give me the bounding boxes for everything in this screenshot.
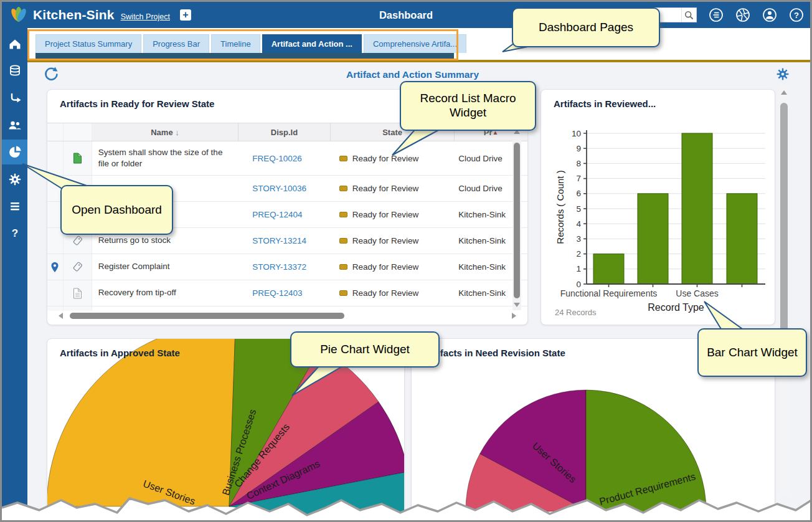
state-icon (339, 186, 347, 191)
callout-record-list-macro-widget: Record List Macro Widget (400, 81, 536, 131)
record-state: Ready for Review (352, 154, 419, 163)
menu-icon (8, 199, 22, 213)
svg-text:4: 4 (576, 219, 581, 229)
question-icon: ? (8, 226, 22, 240)
state-icon (339, 264, 347, 270)
dashboard-page-tab-1[interactable]: Project Status Summary (35, 34, 141, 53)
svg-text:?: ? (794, 11, 799, 20)
svg-text:0: 0 (576, 280, 581, 289)
state-icon (339, 238, 347, 244)
svg-text:6: 6 (576, 189, 581, 198)
feed-icon[interactable] (709, 7, 724, 22)
bar (593, 254, 624, 284)
svg-text:9: 9 (576, 144, 581, 153)
callout-dashboard-pages: Dashboard Pages (512, 7, 660, 47)
workflow-arrow-icon (8, 92, 22, 105)
table-horizontal-scrollbar[interactable] (54, 311, 517, 320)
record-id-link[interactable]: STORY-13214 (252, 236, 306, 245)
callout-open-dashboard: Open Dashboard (60, 185, 173, 235)
document-icon (73, 288, 82, 299)
bar (727, 194, 757, 284)
dashboard-title: Artifact and Action Summary (27, 69, 798, 80)
sidebar-item-home[interactable] (2, 32, 27, 57)
sidebar-item-workflow[interactable] (2, 86, 27, 111)
record-name: Recovery from tip-off (98, 287, 176, 298)
table-row: Register ComplaintSTORY-13372Ready for R… (47, 254, 527, 280)
record-id-link[interactable]: STORY-10036 (252, 184, 306, 193)
widget-title: Artifacts in Approved State (60, 348, 180, 358)
column-header-dispid[interactable]: Disp.Id (238, 123, 331, 141)
gear-icon (8, 173, 22, 186)
svg-text:Functional Requirements: Functional Requirements (560, 288, 658, 298)
svg-text:Use Cases: Use Cases (676, 288, 718, 298)
svg-text:7: 7 (576, 174, 581, 183)
record-id-link[interactable]: PREQ-12403 (252, 288, 302, 298)
svg-text:5: 5 (576, 204, 581, 214)
table-vertical-scrollbar[interactable] (512, 123, 521, 310)
dashboard-pages-bar: Project Status SummaryProgress BarTimeli… (27, 28, 810, 60)
sidebar-item-settings[interactable] (2, 167, 27, 192)
record-state: Ready for Review (352, 288, 419, 298)
column-header-icon1 (47, 123, 64, 141)
sidebar: ? (2, 28, 27, 520)
sidebar-item-dashboards[interactable] (2, 140, 27, 164)
svg-text:1: 1 (576, 264, 581, 273)
search-icon[interactable] (681, 8, 696, 22)
tag-icon (72, 262, 83, 272)
record-id-link[interactable]: PREQ-12404 (252, 210, 302, 219)
record-state: Ready for Review (352, 184, 419, 193)
page-vertical-scrollbar[interactable] (780, 84, 788, 495)
users-icon (7, 118, 22, 132)
help-icon[interactable]: ? (789, 7, 804, 22)
app-window: Kitchen-Sink Switch Project + Dashboard (0, 0, 812, 522)
svg-text:Records ( Count ): Records ( Count ) (555, 170, 565, 244)
user-icon[interactable] (762, 7, 777, 22)
sort-desc-icon: ↓ (175, 128, 179, 137)
home-icon (8, 37, 22, 51)
record-id-link[interactable]: STORY-13372 (252, 262, 306, 272)
dashboard-page-tab-3[interactable]: Timeline (211, 34, 260, 53)
bar (638, 194, 668, 284)
svg-text:3: 3 (576, 234, 581, 244)
record-state: Ready for Review (352, 210, 419, 219)
gear-icon[interactable] (776, 67, 790, 81)
dashboard-page-tab-2[interactable]: Progress Bar (143, 34, 209, 53)
widget-title: Artifacts in Need Revision State (424, 348, 565, 358)
state-icon (339, 290, 347, 296)
svg-text:Record Type: Record Type (648, 302, 704, 313)
sidebar-item-data[interactable] (2, 59, 27, 83)
table-row (47, 306, 527, 311)
location-pin-icon (50, 262, 59, 273)
aperture-icon[interactable] (735, 7, 750, 22)
callout-bar-chart-widget: Bar Chart Widget (697, 328, 807, 377)
svg-text:8: 8 (576, 159, 581, 168)
record-name: System shall show the size of the file o… (98, 147, 234, 169)
state-icon (339, 212, 347, 217)
pie-chart-icon (8, 145, 22, 159)
record-count: 24 Records (555, 308, 596, 317)
column-header-name[interactable]: Name ↓ (92, 123, 238, 141)
document-icon (73, 153, 82, 164)
record-state: Ready for Review (352, 236, 419, 245)
svg-text:2: 2 (576, 249, 581, 259)
callout-pie-chart-widget: Pie Chart Widget (290, 331, 440, 368)
dashboard-page-tab-4[interactable]: Artifact and Action ... (262, 34, 362, 53)
sidebar-item-menu[interactable] (2, 194, 27, 219)
sidebar-item-help[interactable]: ? (2, 221, 27, 245)
bar-chart: 012345678910Functional RequirementsUse C… (541, 108, 775, 317)
tag-icon (72, 235, 83, 246)
bar-chart-widget: Artifacts in Reviewed... 012345678910Fun… (541, 89, 775, 325)
tab-underbar (35, 53, 454, 59)
sidebar-item-users[interactable] (2, 113, 27, 138)
record-state: Ready for Review (352, 262, 419, 272)
state-icon (339, 156, 347, 161)
pie-slice (47, 339, 235, 506)
dashboard-page-tab-5[interactable]: Comprehensive Artifa... (364, 34, 466, 53)
top-header: Kitchen-Sink Switch Project + Dashboard (2, 2, 810, 28)
widget-title: Artifacts in Ready for Review State (60, 98, 214, 109)
table-row: Recovery from tip-offPREQ-12403Ready for… (47, 280, 527, 306)
database-icon (8, 64, 22, 78)
widget-title: Artifacts in Reviewed... (554, 98, 656, 109)
record-name: Returns go to stock (98, 235, 171, 246)
record-id-link[interactable]: FREQ-10026 (252, 154, 302, 163)
